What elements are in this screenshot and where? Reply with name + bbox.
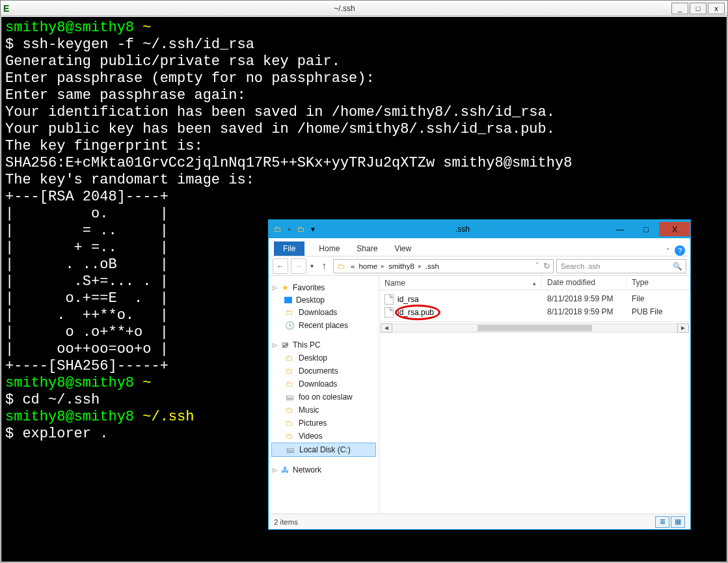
file-date: 8/11/2018 9:59 PM [542,307,627,318]
file-icon [384,307,394,318]
breadcrumb[interactable]: .ssh [425,262,439,270]
breadcrumb[interactable]: smithy8 [388,262,414,270]
qat-icon[interactable]: ▫ [284,224,295,234]
crumb-prefix: « [351,262,355,270]
terminal-line: SHA256:E+cMkta01GrvCc2jqlnNq17R5++SKx+yy… [5,155,723,172]
ribbon-tab-file[interactable]: File [274,241,304,256]
sidebar-item-desktop[interactable]: Desktop [271,294,376,306]
help-icon[interactable]: ? [675,245,685,256]
terminal-line: Generating public/private rsa key pair. [5,53,723,70]
ribbon: File Home Share View ˅ ? [269,238,690,256]
sidebar-label: Downloads [299,379,337,389]
refresh-icon[interactable]: ↻ [543,261,550,271]
qat-folder-icon[interactable]: 🗀 [296,224,306,234]
sidebar-item-thispc[interactable]: ▷🖳This PC [271,338,376,351]
address-bar[interactable]: 🗀 « home ▸ smithy8 ▸ .ssh ˅ ↻ [333,259,554,273]
forward-button[interactable]: → [291,258,306,274]
sidebar-item-netdrive[interactable]: 🖴foo on coleslaw [271,391,376,404]
minimize-button[interactable]: _ [671,3,688,14]
file-type: File [627,294,690,305]
expand-ribbon-icon[interactable]: ˅ [666,247,669,254]
sidebar-label: Music [299,405,319,415]
status-text: 2 items [274,518,298,526]
address-dropdown-icon[interactable]: ˅ [535,262,539,270]
column-header-type[interactable]: Type [627,276,690,290]
file-name-text: id_rsa.pub [398,308,434,317]
sidebar-item-pictures[interactable]: 🗀Pictures [271,417,376,430]
qat-dropdown-icon[interactable]: ▾ [308,224,318,234]
ribbon-tab-share[interactable]: Share [354,241,380,256]
close-button[interactable]: X [659,222,690,236]
status-bar: 2 items ≣ ▦ [269,514,690,529]
folder-icon: 🗀 [284,405,295,415]
network-drive-icon: 🖴 [284,392,295,402]
terminal-line: Your public key has been saved in /home/… [5,121,723,138]
star-icon: ★ [280,282,290,293]
sidebar-item-music[interactable]: 🗀Music [271,404,376,417]
scroll-right-button[interactable]: ► [677,323,689,333]
up-button[interactable]: ↑ [317,260,330,272]
breadcrumb[interactable]: home [358,262,377,270]
column-header-name[interactable]: Name▴ [379,276,542,290]
back-button[interactable]: ← [273,258,288,274]
terminal-line: smithy8@smithy8 ~ [5,20,723,36]
explorer-titlebar[interactable]: 🗀 ▫ 🗀 ▾ .ssh — □ X [269,220,690,238]
folder-icon: 🗀 [284,418,295,428]
sidebar-label: Favorites [293,283,325,292]
ribbon-tab-home[interactable]: Home [316,241,342,256]
file-icon [384,294,394,305]
icons-view-button[interactable]: ▦ [671,516,685,528]
sidebar-item-favorites[interactable]: ▷★Favorites [271,281,376,294]
scroll-thumb[interactable] [478,325,591,331]
sidebar-label: Network [293,465,321,474]
sidebar-item-documents[interactable]: 🗀Documents [271,364,376,378]
ribbon-tab-view[interactable]: View [392,241,414,256]
folder-icon: 🗀 [336,261,347,271]
sidebar-label: Desktop [299,353,327,363]
terminal-titlebar[interactable]: E ~/.ssh _ □ x [1,1,727,16]
details-view-button[interactable]: ≣ [655,516,669,528]
terminal-line: The key's randomart image is: [5,172,723,189]
column-header-date[interactable]: Date modified [542,276,627,290]
history-dropdown-icon[interactable]: ▾ [309,262,315,269]
folder-icon: 🗀 [284,366,295,376]
terminal-line: Enter passphrase (empty for no passphras… [5,70,723,87]
sidebar-item-desktop[interactable]: 🗀Desktop [271,351,376,364]
sidebar-item-downloads[interactable]: 🗀Downloads [271,306,376,319]
terminal-line: The key fingerprint is: [5,138,723,155]
search-icon: 🔍 [673,262,682,271]
search-input[interactable]: Search .ssh 🔍 [556,259,686,273]
recent-icon: 🕓 [284,320,295,331]
sidebar-item-recent[interactable]: 🕓Recent places [271,319,376,332]
sidebar-label: Downloads [299,308,337,317]
sidebar-item-videos[interactable]: 🗀Videos [271,430,376,443]
pc-icon: 🖳 [280,340,290,350]
folder-icon: 🗀 [284,353,295,363]
horizontal-scrollbar[interactable]: ◄ ► [379,322,690,333]
explorer-window: 🗀 ▫ 🗀 ▾ .ssh — □ X File Home Share View … [268,219,691,530]
chevron-right-icon[interactable]: ▸ [418,262,422,269]
maximize-button[interactable]: □ [690,3,707,14]
disk-icon: 🖴 [285,445,295,455]
file-row[interactable]: id_rsa.pub8/11/2018 9:59 PMPUB File [379,306,690,319]
folder-icon: 🗀 [284,431,295,441]
file-row[interactable]: id_rsa8/11/2018 9:59 PMFile [379,293,690,306]
chevron-right-icon[interactable]: ▸ [381,262,384,269]
scroll-track[interactable] [392,323,677,333]
column-label: Name [384,279,405,288]
sidebar-label: Local Disk (C:) [299,445,351,454]
file-list-pane: Name▴ Date modified Type id_rsa8/11/2018… [379,276,690,514]
file-type: PUB File [627,307,690,318]
sidebar-item-network[interactable]: ▷🖧Network [271,463,376,476]
explorer-title: .ssh [318,225,607,234]
sidebar-item-localdisk[interactable]: 🖴Local Disk (C:) [271,443,376,457]
terminal-line: +---[RSA 2048]----+ [5,189,723,206]
close-button[interactable]: x [708,3,725,14]
sidebar-label: Recent places [299,321,348,330]
sidebar-label: Pictures [299,419,327,428]
sidebar-item-downloads[interactable]: 🗀Downloads [271,378,376,391]
maximize-button[interactable]: □ [633,222,659,236]
scroll-left-button[interactable]: ◄ [381,323,392,333]
folder-icon: 🗀 [284,307,295,318]
minimize-button[interactable]: — [607,222,633,236]
